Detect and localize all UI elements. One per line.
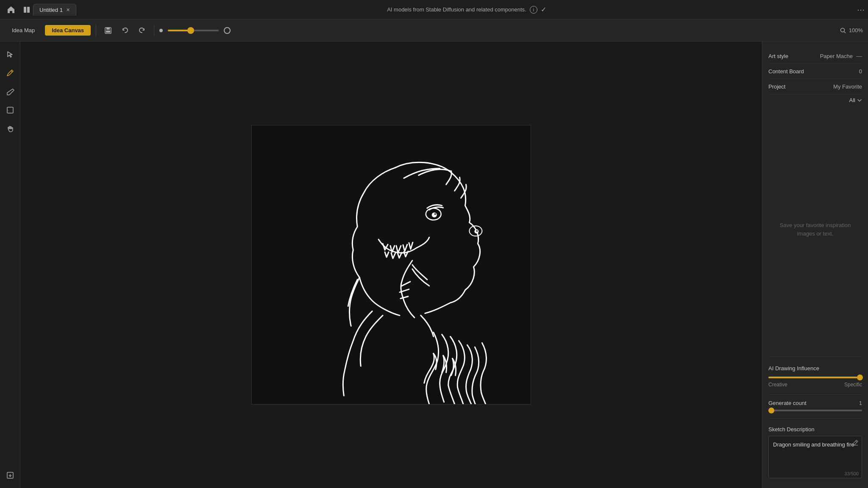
- toolbar-separator-2: [154, 25, 154, 36]
- project-label: Project: [768, 83, 785, 90]
- left-sidebar: [0, 42, 20, 488]
- brush-size-small: [159, 29, 163, 32]
- section-divider-1: [768, 356, 862, 357]
- shape-tool[interactable]: [3, 103, 18, 118]
- section-divider-2: [768, 394, 862, 395]
- svg-rect-4: [106, 30, 110, 33]
- eraser-tool[interactable]: [3, 84, 18, 99]
- svg-rect-9: [7, 107, 13, 113]
- content-board-label: Content Board: [768, 68, 804, 75]
- svg-rect-3: [106, 28, 110, 30]
- idea-map-button[interactable]: Idea Map: [5, 25, 42, 36]
- undo-button[interactable]: [118, 24, 132, 37]
- title-bar: Untitled 1 ✕ AI models from Stable Diffu…: [0, 0, 868, 19]
- hand-tool[interactable]: [3, 121, 18, 136]
- inspiration-text: Save your favorite inspiration images or…: [777, 221, 854, 238]
- svg-point-15: [434, 213, 436, 215]
- generate-count-value: 1: [859, 400, 862, 406]
- toolbar: Idea Map Idea Canvas: [0, 19, 868, 42]
- redo-button[interactable]: [135, 24, 149, 37]
- drawing-canvas[interactable]: [251, 125, 531, 405]
- text-edit-icon: [852, 439, 859, 447]
- import-tool[interactable]: [3, 468, 18, 483]
- tab-bar: Untitled 1 ✕: [20, 4, 76, 16]
- svg-marker-8: [7, 89, 14, 95]
- content-board-value: 0: [859, 68, 862, 75]
- inspiration-area: Save your favorite inspiration images or…: [768, 106, 862, 353]
- zoom-search-icon: [840, 27, 846, 34]
- generate-count-label: Generate count: [768, 400, 807, 406]
- more-options-icon[interactable]: ⋯: [857, 5, 865, 14]
- tab-title: Untitled 1: [39, 7, 63, 13]
- select-tool[interactable]: [3, 47, 18, 62]
- svg-point-18: [476, 230, 478, 232]
- title-bar-actions: ⋯: [857, 5, 865, 14]
- gen-count-slider[interactable]: [768, 410, 862, 411]
- svg-line-6: [844, 31, 846, 33]
- sketch-desc-wrapper: Dragon smiling and breathing fire 33/500: [768, 436, 862, 480]
- right-panel: Art style Paper Mache — Content Board 0 …: [762, 42, 868, 488]
- creative-label: Creative: [768, 382, 787, 388]
- art-style-value: Paper Mache: [820, 53, 853, 59]
- sketch-desc-label: Sketch Description: [768, 426, 862, 433]
- svg-line-7: [11, 71, 12, 72]
- sketch-desc-count: 33/500: [844, 471, 859, 476]
- dropdown-chevron-icon: [857, 98, 862, 103]
- main-area: Art style Paper Mache — Content Board 0 …: [0, 42, 868, 488]
- specific-label: Specific: [844, 382, 862, 388]
- project-value: My Favorite: [833, 83, 862, 90]
- ai-influence-slider[interactable]: Creative Specific: [768, 375, 862, 391]
- dropdown-all-label: All: [849, 97, 855, 103]
- info-text: AI models from Stable Diffusion and rela…: [387, 6, 526, 13]
- brush-size-large: [224, 27, 231, 34]
- gen-count-header: Generate count 1: [768, 400, 862, 406]
- zoom-control: 100%: [840, 27, 863, 34]
- svg-point-5: [840, 28, 844, 32]
- generate-count-section: Generate count 1: [768, 398, 862, 415]
- project-row: Project My Favorite: [768, 79, 862, 94]
- brush-size-slider[interactable]: [168, 30, 219, 31]
- check-icon: ✓: [541, 6, 546, 14]
- toolbar-separator-1: [96, 25, 96, 36]
- save-button[interactable]: [101, 24, 115, 37]
- home-button[interactable]: [3, 2, 19, 17]
- brush-tool[interactable]: [3, 65, 18, 80]
- zoom-level: 100%: [849, 27, 863, 33]
- ai-influence-title: AI Drawing Influence: [768, 360, 862, 375]
- content-board-row: Content Board 0: [768, 64, 862, 79]
- svg-rect-1: [27, 7, 30, 13]
- tab-close-button[interactable]: ✕: [66, 7, 70, 13]
- canvas-area[interactable]: [20, 42, 762, 488]
- untitled-tab[interactable]: Untitled 1 ✕: [33, 4, 76, 16]
- sketch-description-section: Sketch Description Dragon smiling and br…: [768, 422, 862, 481]
- idea-canvas-button[interactable]: Idea Canvas: [45, 25, 91, 36]
- svg-rect-0: [24, 7, 26, 13]
- section-divider-3: [768, 418, 862, 419]
- all-dropdown[interactable]: All: [849, 97, 862, 103]
- svg-point-14: [432, 212, 437, 217]
- title-bar-info: AI models from Stable Diffusion and rela…: [76, 6, 857, 14]
- art-style-row: Art style Paper Mache —: [768, 48, 862, 64]
- all-dropdown-row: All: [768, 94, 862, 106]
- art-style-dash[interactable]: —: [856, 53, 862, 59]
- art-style-label: Art style: [768, 53, 788, 59]
- info-icon: i: [530, 6, 537, 14]
